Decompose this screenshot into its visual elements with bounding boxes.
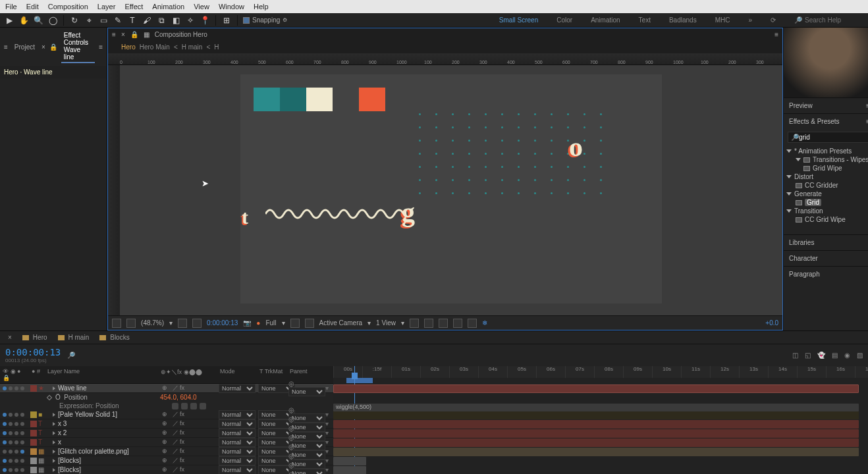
search-icon[interactable]: 🔎 [67, 352, 75, 359]
local-axis-icon[interactable]: ⊞ [221, 15, 232, 26]
flow-heromain[interactable]: Hero Main [140, 43, 170, 51]
frame-blend-icon[interactable]: ▤ [832, 352, 838, 359]
pin-tool-icon[interactable]: 📍 [200, 15, 210, 26]
menu-help[interactable]: Help [254, 3, 269, 11]
tree-item-grid[interactable]: Grid [786, 198, 868, 207]
tree-item-cc-gridder[interactable]: CC Gridder [786, 181, 868, 190]
text-tool-icon[interactable]: T [127, 15, 138, 26]
roto-tool-icon[interactable]: ✧ [185, 15, 196, 26]
workspace-color[interactable]: Color [556, 16, 572, 24]
dpx-icon[interactable] [178, 319, 187, 328]
motion-blur-icon[interactable]: ◉ [844, 352, 850, 359]
layer-row[interactable]: ▦[Blocks]⊕ ／ fxNormalNone◎ None▾ [0, 465, 333, 474]
rotate-tool-icon[interactable]: ↻ [69, 15, 80, 26]
layer-bar[interactable] [333, 429, 859, 438]
graph-editor-icon[interactable]: ▨ [857, 352, 863, 359]
alpha-toggle-icon[interactable] [112, 319, 121, 328]
menu-window[interactable]: Window [219, 3, 244, 11]
workspace-small-screen[interactable]: Small Screen [499, 16, 538, 24]
workspace-badlands[interactable]: Badlands [669, 16, 697, 24]
layer-bar-wave-line[interactable] [333, 384, 859, 393]
comp-canvas[interactable]: o t g [240, 74, 662, 303]
effects-tree[interactable]: * Animation Presets Transitions - Wipes … [784, 145, 868, 229]
draft3d-icon[interactable]: ◱ [805, 352, 811, 359]
workspace-mhc[interactable]: MHC [715, 16, 730, 24]
selection-tool-icon[interactable]: ▶ [4, 15, 14, 26]
panel-options-icon[interactable]: ≡ [774, 31, 778, 38]
workspace-animation[interactable]: Animation [591, 16, 620, 24]
magnification-dropdown[interactable]: (48.7%) [141, 319, 164, 327]
expression-field[interactable]: wiggle(4,500) [333, 404, 859, 411]
timeline-tab-blocks[interactable]: Blocks [99, 334, 129, 341]
view-layout-dropdown[interactable]: 1 View [376, 319, 396, 327]
expression-row[interactable]: Expression: Position [0, 402, 333, 410]
menu-file[interactable]: File [5, 3, 17, 11]
transparency-grid-icon[interactable] [305, 319, 314, 328]
tree-transition[interactable]: Transition [786, 207, 868, 215]
layer-row[interactable]: ▦[Blocks]⊕ ／ fxNormalNone◎ None▾ [0, 456, 333, 465]
close-tab-icon[interactable]: × [8, 334, 12, 341]
workspace-text[interactable]: Text [639, 16, 651, 24]
timeline-layer-list[interactable]: 👁 ◉ ● 🔒 ● # Layer Name ⊕✦＼fx ◉⬤⬤ Mode T … [0, 366, 333, 474]
workspace-reset-icon[interactable]: ⟳ [771, 16, 776, 24]
guides-icon[interactable] [453, 319, 462, 328]
mask-toggle-icon[interactable] [126, 319, 136, 328]
effect-controls-tab[interactable]: Effect Controls Wave line [61, 30, 95, 63]
layer-bar[interactable] [333, 438, 859, 447]
pen-tool-icon[interactable]: ✎ [113, 15, 123, 26]
px-aspect-icon[interactable] [410, 319, 419, 328]
zoom-tool-icon[interactable]: 🔍 [33, 15, 43, 26]
grid-icon[interactable] [439, 319, 448, 328]
flow-hero[interactable]: Hero [121, 43, 136, 51]
layer-bar[interactable] [333, 466, 366, 474]
stage[interactable]: ➤ o t g [120, 65, 782, 315]
anchor-tool-icon[interactable]: ⌖ [84, 15, 94, 26]
effects-presets-header[interactable]: Effects & Presets ≡ [784, 113, 868, 129]
layer-bar[interactable] [333, 457, 366, 465]
layer-bar[interactable] [333, 420, 859, 429]
comp-flowchart[interactable]: Hero Hero Main < H main < H [108, 41, 782, 53]
timecode[interactable]: 0:00:00:13 [5, 347, 61, 357]
character-panel-header[interactable]: Character [784, 250, 868, 266]
workspace-more-icon[interactable]: » [748, 16, 752, 24]
close-tab-icon[interactable]: × [121, 31, 125, 38]
flow-hmain[interactable]: H main [182, 43, 203, 51]
hand-tool-icon[interactable]: ✋ [18, 15, 29, 26]
layer-row[interactable]: Tx 2⊕ ／ fxNormalNone◎ None▾ [0, 429, 333, 438]
tree-animation-presets[interactable]: * Animation Presets [786, 147, 868, 155]
resolution-dropdown[interactable]: Full [265, 319, 276, 327]
preview-panel-header[interactable]: Preview ≡ [784, 97, 868, 113]
roi-icon[interactable] [290, 319, 300, 328]
eraser-tool-icon[interactable]: ◧ [171, 15, 181, 26]
shy-icon[interactable]: 👻 [817, 352, 825, 359]
flow-h[interactable]: H [214, 43, 219, 51]
tree-generate[interactable]: Generate [786, 190, 868, 198]
libraries-panel-header[interactable]: Libraries [784, 234, 868, 250]
help-search[interactable]: 🔎 [794, 16, 864, 24]
layer-row[interactable]: ★Wave line⊕ ／ fxNormalNone◎ None▾ [0, 384, 333, 393]
close-tab-icon[interactable]: × [41, 43, 45, 51]
layer-row[interactable]: ▦[Glitch color palette.png]⊕ ／ fxNormalN… [0, 447, 333, 456]
brush-tool-icon[interactable]: 🖌 [142, 15, 152, 26]
snapshot-icon[interactable]: 📷 [243, 319, 251, 327]
project-tab[interactable]: Project [12, 42, 38, 52]
timeline-tab-hmain[interactable]: H main [58, 334, 90, 341]
work-area-bar[interactable] [346, 378, 373, 383]
channel-icon[interactable]: ● [256, 319, 260, 327]
panel-menu-icon[interactable]: ≡ [4, 43, 8, 51]
menu-edit[interactable]: Edit [26, 3, 39, 11]
snap-icon[interactable] [468, 319, 477, 328]
fast-preview-icon[interactable] [192, 319, 202, 328]
panel-options-icon[interactable]: ≡ [99, 43, 103, 51]
paragraph-panel-header[interactable]: Paragraph [784, 266, 868, 282]
lock-icon[interactable]: 🔒 [49, 43, 57, 51]
current-time[interactable]: 0:00:00:13 [207, 319, 238, 327]
tree-distort[interactable]: Distort [786, 172, 868, 181]
layer-bar[interactable] [333, 448, 859, 456]
stamp-tool-icon[interactable]: ⧉ [156, 15, 167, 26]
property-row-position[interactable]: Ö Position454.0, 604.0 [0, 393, 333, 402]
rect-tool-icon[interactable]: ▭ [98, 15, 109, 26]
timeline-tracks[interactable]: 00s:15f01s02s03s04s05s06s07s08s09s10s11s… [333, 366, 868, 474]
panel-menu-icon[interactable]: ≡ [112, 31, 116, 38]
comp-mini-flowchart-icon[interactable]: ◫ [792, 352, 798, 359]
